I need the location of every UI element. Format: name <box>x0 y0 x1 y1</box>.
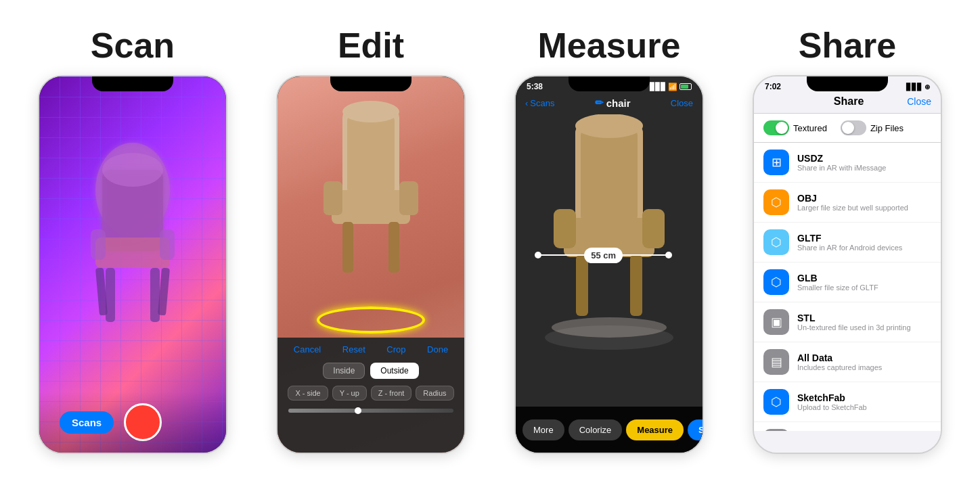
measure-screen: 5:38 ▊▊▊ 📶 ‹ Scans ✏ <box>516 76 703 453</box>
y-up-btn[interactable]: Y - up <box>332 386 367 401</box>
share-panel: Share 7:02 ▊▊▊ ⊛ Share Close <box>736 25 959 454</box>
share-icon-stl: ▣ <box>763 309 789 335</box>
share-phone-frame: 7:02 ▊▊▊ ⊛ Share Close Textured <box>753 75 942 454</box>
share-time: 7:02 <box>765 82 781 91</box>
share-icon-gltf: ⬡ <box>763 229 789 255</box>
share-format-name-gltf: GLTF <box>797 233 902 244</box>
share-item-sketchfab[interactable]: ⬡ SketchFab Upload to SketchFab <box>754 382 941 422</box>
edit-panel: Edit <box>259 25 483 454</box>
svg-rect-3 <box>106 268 115 322</box>
share-format-name-sketchfab: SketchFab <box>797 392 867 403</box>
svg-rect-20 <box>581 130 638 221</box>
scan-chair-svg <box>65 136 200 366</box>
share-item-gltf[interactable]: ⬡ GLTF Share in AR for Android devices <box>754 223 941 263</box>
textured-toggle-group: Textured <box>763 120 827 135</box>
scan-notch <box>92 76 173 91</box>
zip-toggle[interactable] <box>841 120 866 135</box>
share-button-measure[interactable]: Share <box>688 419 704 440</box>
svg-rect-2 <box>95 237 170 268</box>
outside-toggle[interactable]: Outside <box>370 363 418 379</box>
share-screen: 7:02 ▊▊▊ ⊛ Share Close Textured <box>754 76 941 453</box>
share-text-sketchfab: SketchFab Upload to SketchFab <box>797 392 867 411</box>
svg-point-26 <box>575 114 643 138</box>
measure-title: Measure <box>538 25 681 66</box>
edit-notch <box>330 76 411 91</box>
share-item-obj[interactable]: ⬡ OBJ Larger file size but well supporte… <box>754 183 941 223</box>
edit-slider[interactable] <box>288 409 453 413</box>
share-text-alldata: All Data Includes captured images <box>797 352 882 371</box>
scan-panel: Scan <box>21 25 244 454</box>
done-btn[interactable]: Done <box>427 344 448 355</box>
share-format-list: ⊞ USDZ Share in AR with iMessage ⬡ OBJ L… <box>754 143 941 431</box>
share-icon-alldata: ▤ <box>763 349 789 375</box>
svg-point-17 <box>342 101 399 122</box>
svg-rect-24 <box>576 255 588 316</box>
record-button[interactable] <box>124 403 162 441</box>
scan-phone-frame: Scans <box>38 75 227 454</box>
colorize-button[interactable]: Colorize <box>569 419 623 440</box>
scan-bottom-bar: Scans <box>39 392 226 453</box>
edit-chair-area <box>277 76 464 347</box>
share-format-desc-obj: Larger file size but well supported <box>797 204 908 212</box>
measure-button[interactable]: Measure <box>626 419 684 440</box>
share-text-glb: GLB Smaller file size of GLTF <box>797 273 878 292</box>
scan-chair <box>53 117 213 385</box>
edit-title: Edit <box>338 25 404 66</box>
share-format-desc-glb: Smaller file size of GLTF <box>797 283 878 292</box>
share-item-glb[interactable]: ⬡ GLB Smaller file size of GLTF <box>754 263 941 302</box>
measure-close-btn[interactable]: Close <box>671 98 693 108</box>
measure-phone-frame: 5:38 ▊▊▊ 📶 ‹ Scans ✏ <box>514 75 704 454</box>
svg-rect-15 <box>342 222 353 273</box>
share-status-icons: ▊▊▊ ⊛ <box>906 83 930 91</box>
share-format-desc-sketchfab: Upload to SketchFab <box>797 403 867 411</box>
textured-toggle[interactable] <box>763 120 789 135</box>
measure-object-title: ✏ chair <box>595 97 631 109</box>
app-container: Scan <box>0 0 980 479</box>
share-item-usdz[interactable]: ⊞ USDZ Share in AR with iMessage <box>754 143 941 183</box>
share-nav-close[interactable]: Close <box>907 96 931 107</box>
svg-rect-14 <box>399 181 418 215</box>
svg-rect-4 <box>150 268 160 322</box>
edit-phone-frame: Cancel Reset Crop Done Inside Outside X … <box>276 75 466 454</box>
share-item-alldata[interactable]: ▤ All Data Includes captured images <box>754 342 941 382</box>
measure-back-btn[interactable]: ‹ Scans <box>525 98 554 108</box>
edit-bottom-bar: Cancel Reset Crop Done Inside Outside X … <box>277 338 464 453</box>
crop-btn[interactable]: Crop <box>386 344 405 355</box>
measure-content: 55 cm <box>516 114 703 407</box>
share-format-desc-alldata: Includes captured images <box>797 363 882 371</box>
svg-rect-7 <box>91 229 106 260</box>
textured-label: Textured <box>793 123 827 133</box>
scan-title: Scan <box>91 25 175 66</box>
svg-rect-16 <box>388 222 399 273</box>
share-format-name-stl: STL <box>797 313 911 323</box>
measure-object-name: chair <box>606 97 631 109</box>
z-front-btn[interactable]: Z - front <box>371 386 412 401</box>
edit-axis-row: X - side Y - up Z - front Radius <box>277 383 464 403</box>
scans-button[interactable]: Scans <box>60 411 114 434</box>
radius-btn[interactable]: Radius <box>416 386 453 401</box>
x-side-btn[interactable]: X - side <box>288 386 328 401</box>
svg-point-9 <box>102 153 163 187</box>
more-button[interactable]: More <box>522 419 564 440</box>
measure-panel: Measure 5:38 ▊▊▊ 📶 ‹ <box>497 25 721 454</box>
scan-screen: Scans <box>39 76 226 453</box>
edit-ring <box>317 306 425 334</box>
reset-btn[interactable]: Reset <box>342 344 365 355</box>
share-icon-usdz: ⊞ <box>763 150 789 175</box>
share-notch <box>807 76 888 91</box>
svg-rect-22 <box>554 209 576 248</box>
cancel-btn[interactable]: Cancel <box>294 344 321 355</box>
share-nav: Share Close <box>754 94 941 114</box>
inside-toggle[interactable]: Inside <box>323 363 365 379</box>
share-format-desc-stl: Un-textured file used in 3d printing <box>797 323 911 332</box>
share-item-dae[interactable]: ▣ DAE Compatible with SketchUp <box>754 422 941 431</box>
share-icon-obj: ⬡ <box>763 189 789 215</box>
svg-rect-13 <box>324 181 342 215</box>
share-text-obj: OBJ Larger file size but well supported <box>797 193 908 212</box>
measure-notch <box>569 76 650 91</box>
edit-toggle-row: Inside Outside <box>277 359 464 383</box>
share-item-stl[interactable]: ▣ STL Un-textured file used in 3d printi… <box>754 302 941 342</box>
svg-point-27 <box>552 317 667 338</box>
svg-rect-12 <box>332 190 410 224</box>
zip-toggle-group: Zip Files <box>841 120 904 135</box>
